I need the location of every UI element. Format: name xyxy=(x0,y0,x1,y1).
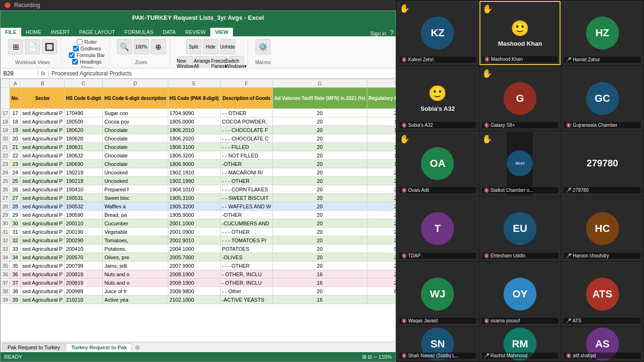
cell-mfn[interactable]: 16 xyxy=(272,296,367,304)
cell-sector[interactable]: sed Agricultural P xyxy=(21,296,65,304)
cell-sector[interactable]: sed Agricultural P xyxy=(21,185,65,194)
cell-no[interactable]: 19 xyxy=(10,126,21,134)
cell-sector[interactable]: sed Agricultural P xyxy=(21,134,65,143)
tab-view[interactable]: VIEW xyxy=(210,28,233,36)
table-row[interactable]: 33 33 sed Agricultural P 200410 Potatoes… xyxy=(1,245,396,253)
cell-mfn[interactable]: 20 xyxy=(272,168,367,177)
table-row[interactable]: 23 23 sed Agricultural P 180690 Chocolat… xyxy=(1,160,396,168)
cell-hs6[interactable]: 200410 xyxy=(64,245,102,253)
cell-desc[interactable]: - - NOT FILLED xyxy=(220,151,272,160)
cell-rd[interactable]: 60 xyxy=(367,287,396,296)
cell-rd[interactable]: 20 xyxy=(367,194,396,202)
cell-sector[interactable]: sed Agricultural P xyxy=(21,211,65,219)
tab-file[interactable]: FILE xyxy=(0,28,21,36)
table-row[interactable]: 35 35 sed Agricultural P 200799 Jams, je… xyxy=(1,262,396,270)
tab-insert[interactable]: INSERT xyxy=(46,28,74,36)
cell-mfn[interactable]: 20 xyxy=(272,185,367,194)
cell-hs6d[interactable]: Chocolate xyxy=(103,134,168,143)
cell-hs6d[interactable]: Uncooked xyxy=(103,168,168,177)
cell-hs6[interactable]: 190410 xyxy=(64,185,102,194)
normal-view-icon[interactable]: ⊞ xyxy=(8,39,23,54)
video-tile-sialkot[interactable]: ✋ SCCI 🔇 Sialkot Chamber o... xyxy=(479,132,561,196)
cell-hs6d[interactable]: Vegetable xyxy=(103,228,168,236)
cell-no[interactable]: 39 xyxy=(10,296,21,304)
cell-no[interactable]: 24 xyxy=(10,168,21,177)
cell-desc[interactable]: - - - TOMATOES P/ xyxy=(220,236,272,245)
cell-desc[interactable]: - - OTHER xyxy=(220,109,272,117)
cell-mfn[interactable]: 20 xyxy=(272,194,367,202)
video-tile-haroon[interactable]: HC 🎤 Haroon chouhdry xyxy=(561,197,643,261)
table-row[interactable]: 31 31 sed Agricultural P 200190 Vegetabl… xyxy=(1,228,396,236)
cell-desc[interactable]: - - SWEET BISCUIT xyxy=(220,194,272,202)
cell-no[interactable]: 33 xyxy=(10,245,21,253)
cell-rd[interactable]: 20 xyxy=(367,202,396,211)
cell-desc[interactable]: - - Other xyxy=(220,287,272,296)
cell-hs6[interactable]: 180632 xyxy=(64,151,102,160)
cell-hs6[interactable]: 190531 xyxy=(64,194,102,202)
table-row[interactable]: 27 27 sed Agricultural P 190531 Sweet bi… xyxy=(1,194,396,202)
cell-no[interactable]: 17 xyxy=(10,109,21,117)
cell-hs6[interactable]: 190590 xyxy=(64,211,102,219)
cell-hs8[interactable]: 1904.1010 xyxy=(168,185,220,194)
cell-hs6d[interactable]: Nuts and o xyxy=(103,279,168,287)
cell-hs6[interactable]: 180620 xyxy=(64,134,102,143)
cell-hs8[interactable]: 1805.0000 xyxy=(168,117,220,126)
cell-no[interactable]: 28 xyxy=(10,202,21,211)
cell-sector[interactable]: sed Agricultural P xyxy=(21,279,65,287)
cell-rd[interactable]: 20 xyxy=(367,253,396,262)
cell-rd[interactable]: 10 xyxy=(367,160,396,168)
cell-hs6d[interactable]: Active yea xyxy=(103,296,168,304)
cell-desc[interactable]: - - MACARONI R/ xyxy=(220,168,272,177)
cell-rd[interactable]: 20 xyxy=(367,185,396,194)
cell-hs6[interactable]: 180500 xyxy=(64,117,102,126)
cell-hs6d[interactable]: Bread, pa xyxy=(103,211,168,219)
video-tile-shahnawaz[interactable]: SN 🔇 Shah Nawaz (Siddiq L... xyxy=(397,327,479,361)
cell-desc[interactable]: - - - CORN FLAKES xyxy=(220,185,272,194)
cell-hs8[interactable]: 1902.1990 xyxy=(168,177,220,185)
video-tile-ehtesham[interactable]: EU 🔇 Ehtesham Uddin xyxy=(479,197,561,261)
cell-no[interactable]: 22 xyxy=(10,151,21,160)
table-row[interactable]: 29 29 sed Agricultural P 190590 Bread, p… xyxy=(1,211,396,219)
hide-icon[interactable]: Hide xyxy=(203,39,218,54)
cell-rd[interactable]: 10 xyxy=(367,143,396,151)
tab-pagelayout[interactable]: PAGE LAYOUT xyxy=(74,28,120,36)
cell-rd[interactable]: 10 xyxy=(367,151,396,160)
cell-rd[interactable]: 20 xyxy=(367,262,396,270)
cell-hs8[interactable]: 2008.1900 xyxy=(168,279,220,287)
cell-hs6[interactable]: 180690 xyxy=(64,160,102,168)
col-header-B[interactable]: B xyxy=(21,79,65,88)
cell-sector[interactable]: sed Agricultural P xyxy=(21,117,65,126)
tab-data[interactable]: DATA xyxy=(158,28,181,36)
cell-sector[interactable]: sed Agricultural P xyxy=(21,245,65,253)
cell-desc[interactable]: -ACTIVE YEASTS xyxy=(220,296,272,304)
cell-desc[interactable]: -OLIVES xyxy=(220,253,272,262)
cell-mfn[interactable]: 20 xyxy=(272,202,367,211)
cell-sector[interactable]: sed Agricultural P xyxy=(21,160,65,168)
cell-hs6[interactable]: 200570 xyxy=(64,253,102,262)
video-tile-hamid[interactable]: HZ 🎤 Hamid Zahur xyxy=(561,1,643,65)
table-row[interactable]: 19 19 sed Agricultural P 180620 Chocolat… xyxy=(1,126,396,134)
table-row[interactable]: 24 24 sed Agricultural P 190219 Uncooked… xyxy=(1,168,396,177)
video-tile-ats[interactable]: ATS 🎤 ATS xyxy=(561,262,643,326)
cell-mfn[interactable]: 20 xyxy=(272,253,367,262)
table-row[interactable]: 32 32 sed Agricultural P 200290 Tomatoes… xyxy=(1,236,396,245)
cell-desc[interactable]: - OTHER, INCLU xyxy=(220,279,272,287)
cell-hs8[interactable]: 1806.3100 xyxy=(168,143,220,151)
cell-hs8[interactable]: 2102.1000 xyxy=(168,296,220,304)
cell-hs6d[interactable]: Cocoa pov xyxy=(103,117,168,126)
cell-desc[interactable]: -OTHER xyxy=(220,211,272,219)
cell-hs6d[interactable]: Sweet bisc xyxy=(103,194,168,202)
sheet-scroll[interactable]: A B C D E F G H I J K L xyxy=(0,79,396,342)
cell-hs6[interactable]: 170490 xyxy=(64,109,102,117)
cell-sector[interactable]: sed Agricultural P xyxy=(21,109,65,117)
cell-sector[interactable]: sed Agricultural P xyxy=(21,287,65,296)
cell-no[interactable]: 20 xyxy=(10,134,21,143)
cell-rd[interactable]: 20 xyxy=(367,177,396,185)
cell-rd[interactable]: 20 xyxy=(367,168,396,177)
ruler-checkbox[interactable] xyxy=(77,39,83,45)
cell-hs6d[interactable]: Chocolate xyxy=(103,160,168,168)
video-tile-sobia[interactable]: 🙂 Sobia's A32 🔇 Sobia's A32 xyxy=(397,66,479,130)
cell-sector[interactable]: sed Agricultural P xyxy=(21,253,65,262)
cell-desc[interactable]: - - WAFFLES AND W xyxy=(220,202,272,211)
cell-sector[interactable]: sed Agricultural P xyxy=(21,126,65,134)
